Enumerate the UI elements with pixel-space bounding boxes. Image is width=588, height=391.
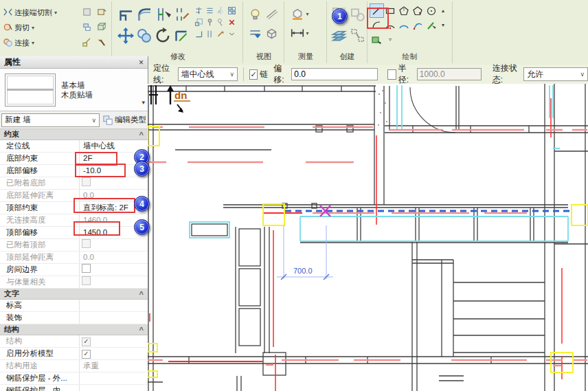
fillet-arc-icon[interactable]	[370, 19, 383, 32]
pick-face-icon[interactable]	[370, 33, 383, 46]
wall-joint-icon[interactable]	[117, 6, 134, 23]
property-value[interactable]	[80, 300, 148, 311]
join-status-label: 连接状态:	[493, 63, 521, 86]
collapse-chevron-icon[interactable]: ^	[139, 290, 144, 298]
fillet-icon[interactable]	[136, 6, 152, 23]
collapse-chevron-icon[interactable]: ^	[139, 326, 144, 334]
property-group-header[interactable]: 约束^	[0, 129, 148, 140]
collapse-chevron-icon[interactable]: ^	[139, 131, 144, 139]
property-value[interactable]: ✓	[80, 348, 148, 359]
property-row: 底部偏移-10.0	[0, 165, 148, 177]
property-label: 标高	[0, 300, 80, 311]
trim-corner-icon[interactable]	[173, 27, 190, 44]
measure-panel: ▾▾ 测量	[285, 1, 327, 63]
property-value[interactable]	[80, 312, 148, 324]
endpoint-arc-icon[interactable]	[411, 19, 425, 32]
clipboard-icon[interactable]	[82, 7, 92, 17]
array-icon[interactable]	[227, 6, 236, 15]
assembly-icon[interactable]	[350, 6, 365, 22]
view-panel: 视图	[244, 1, 284, 63]
unpin-icon[interactable]	[216, 18, 225, 27]
cube-dropdown-icon[interactable]	[96, 22, 106, 32]
edit-type-button[interactable]: 编辑类型	[103, 115, 146, 125]
circle-icon[interactable]	[425, 4, 438, 17]
separator	[243, 67, 244, 81]
move-icon[interactable]	[117, 27, 134, 44]
offset-input[interactable]	[291, 68, 378, 80]
pin-icon[interactable]	[205, 18, 214, 27]
rectangle-icon[interactable]	[384, 4, 397, 17]
split-gap-icon[interactable]	[173, 6, 190, 23]
draw-scroll-button[interactable]: ▾	[442, 22, 444, 28]
tangent-arc-icon[interactable]	[398, 19, 411, 32]
thin-lines-icon[interactable]	[265, 8, 278, 21]
reference-highlight-yellow	[148, 126, 588, 377]
property-value[interactable]	[80, 264, 148, 276]
chain-checkbox[interactable]: ✓	[249, 69, 258, 80]
radius-checkbox[interactable]	[387, 69, 396, 80]
property-value[interactable]	[80, 239, 148, 251]
chevron-down-icon[interactable]: ▾	[142, 99, 145, 106]
polygon-circumscribed-icon[interactable]	[411, 4, 425, 17]
join-status-select[interactable]: 允许∨	[523, 67, 588, 81]
box3d-icon[interactable]	[265, 27, 278, 40]
location-line-select[interactable]: 墙中心线∨	[178, 67, 238, 81]
property-value[interactable]: 0.0	[80, 252, 148, 263]
delete-icon[interactable]	[227, 18, 236, 27]
property-group-header[interactable]: 文字^	[0, 289, 148, 300]
temporary-dimension[interactable]: 700.0	[277, 225, 333, 280]
box-select-icon[interactable]	[96, 7, 106, 17]
ruler-pencil-icon[interactable]	[82, 37, 92, 47]
graphics-icon[interactable]	[249, 27, 262, 40]
offset-icon[interactable]	[205, 6, 214, 15]
wall-hatch	[378, 90, 387, 126]
pick-lines-icon[interactable]	[425, 19, 438, 32]
draw-scroll-button[interactable]: ▴	[442, 8, 444, 14]
property-value[interactable]	[80, 372, 148, 384]
polygon-inscribed-icon[interactable]	[398, 4, 411, 17]
revit-window: 连接端切割▾剪切▾连接▾ 修改 视图 ▾▾ 测量 创建 ▴▾▿ 绘制 定	[0, 0, 588, 391]
split-element-icon[interactable]	[155, 6, 171, 23]
property-checkbox[interactable]: ✓	[82, 350, 91, 359]
plan-demolished-lines	[148, 127, 587, 366]
geometry-panel: 连接端切割▾剪切▾连接▾	[3, 1, 112, 63]
align-icon[interactable]	[194, 6, 203, 15]
property-row: 装饰	[0, 312, 148, 324]
cut-geometry-icon	[3, 22, 13, 34]
property-value[interactable]: ✓	[80, 335, 148, 347]
close-icon[interactable]: ×	[139, 58, 144, 67]
more-icon[interactable]	[227, 30, 236, 38]
legend-icon[interactable]	[350, 27, 365, 43]
property-label: 装饰	[0, 312, 80, 324]
match-icon[interactable]	[216, 30, 225, 38]
property-value[interactable]	[80, 276, 148, 288]
stair-dn-label: dn	[174, 89, 187, 101]
center-arc-icon[interactable]	[384, 19, 397, 32]
instance-selector[interactable]: 新建 墙∨	[1, 113, 100, 127]
mirror-icon[interactable]	[216, 6, 225, 15]
property-label: 钢筋保护层 - 内...	[0, 385, 80, 391]
split-small-icon[interactable]	[205, 30, 214, 38]
trim-extend-icon[interactable]	[194, 30, 203, 38]
scale-icon[interactable]	[194, 18, 203, 27]
rotate-icon[interactable]	[155, 27, 171, 44]
drawing-canvas[interactable]: 700.0 dn	[148, 84, 588, 391]
hammer-icon[interactable]	[96, 37, 106, 47]
stack-icon[interactable]	[82, 22, 92, 32]
copy-icon[interactable]	[136, 27, 152, 44]
line-icon[interactable]	[370, 3, 384, 18]
radius-input[interactable]	[417, 68, 482, 80]
type-selector[interactable]: 基本墙 木质贴墙 ▾	[0, 69, 148, 111]
dimension-value[interactable]: 700.0	[293, 267, 313, 275]
step-badge-4: 4	[134, 196, 150, 212]
dimension-icon[interactable]: ▾	[290, 25, 308, 41]
property-value[interactable]	[80, 385, 148, 391]
draw-scroll-button[interactable]: ▿	[389, 36, 392, 43]
measure-cube-icon[interactable]: ▾	[290, 6, 308, 21]
property-checkbox[interactable]	[82, 264, 91, 273]
stack-planes-icon[interactable]	[331, 27, 347, 43]
property-value[interactable]: 承重	[80, 360, 148, 372]
property-value[interactable]	[80, 177, 148, 189]
bulb-icon[interactable]	[249, 8, 262, 21]
property-group-header[interactable]: 结构^	[0, 324, 148, 335]
